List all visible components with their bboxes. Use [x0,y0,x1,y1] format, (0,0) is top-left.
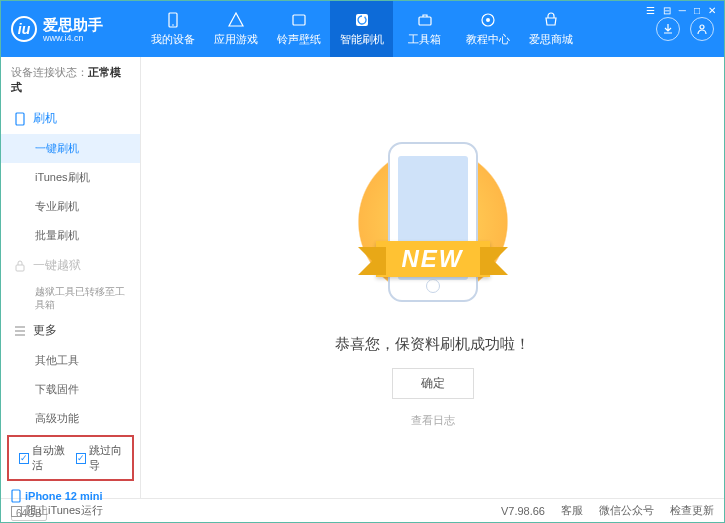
sidebar-jailbreak: 一键越狱 [1,250,140,281]
apps-icon [227,11,245,29]
wallpaper-icon [290,11,308,29]
window-controls: ☰ ⊟ ─ □ ✕ [646,5,716,16]
phone-icon [164,11,182,29]
phone-icon [13,112,27,126]
nav-ringtones[interactable]: 铃声壁纸 [267,1,330,57]
ok-button[interactable]: 确定 [392,368,474,399]
nav-store[interactable]: 爱思商城 [519,1,582,57]
success-message: 恭喜您，保资料刷机成功啦！ [335,335,530,354]
nav-toolbox[interactable]: 工具箱 [393,1,456,57]
sidebar-item-other[interactable]: 其他工具 [1,346,140,375]
jailbreak-note: 越狱工具已转移至工具箱 [1,281,140,315]
new-ribbon: NEW [376,241,490,277]
toolbox-icon [416,11,434,29]
svg-rect-4 [419,17,431,25]
service-link[interactable]: 客服 [561,503,583,518]
book-icon [479,11,497,29]
maximize-icon[interactable]: □ [694,5,700,16]
sidebar: 设备连接状态：正常模式 刷机 一键刷机 iTunes刷机 专业刷机 批量刷机 一… [1,57,141,498]
sidebar-more-section[interactable]: 更多 [1,315,140,346]
svg-rect-2 [293,15,305,25]
lock-icon[interactable]: ⊟ [663,5,671,16]
checkbox-skip-guide[interactable]: ✓跳过向导 [76,443,123,473]
sidebar-item-batch[interactable]: 批量刷机 [1,221,140,250]
main-nav: 我的设备 应用游戏 铃声壁纸 智能刷机 工具箱 教程中心 爱思商城 [141,1,656,57]
refresh-icon [353,11,371,29]
menu-icon [13,324,27,338]
svg-point-6 [486,18,490,22]
nav-my-device[interactable]: 我的设备 [141,1,204,57]
close-icon[interactable]: ✕ [708,5,716,16]
app-url: www.i4.cn [43,33,103,43]
nav-tutorials[interactable]: 教程中心 [456,1,519,57]
sidebar-item-itunes[interactable]: iTunes刷机 [1,163,140,192]
device-icon [11,489,21,503]
view-log-link[interactable]: 查看日志 [411,413,455,428]
connection-status: 设备连接状态：正常模式 [1,57,140,103]
store-icon [542,11,560,29]
user-button[interactable] [690,17,714,41]
logo-icon: iu [11,16,37,42]
nav-apps[interactable]: 应用游戏 [204,1,267,57]
svg-rect-10 [12,490,20,502]
sidebar-item-pro[interactable]: 专业刷机 [1,192,140,221]
lock-icon [13,259,27,273]
minimize-icon[interactable]: ─ [679,5,686,16]
options-row: ✓自动激活 ✓跳过向导 [7,435,134,481]
download-button[interactable] [656,17,680,41]
wechat-link[interactable]: 微信公众号 [599,503,654,518]
checkbox-block-itunes[interactable]: 阻止iTunes运行 [11,503,103,518]
version-label: V7.98.66 [501,505,545,517]
app-header: iu 爱思助手 www.i4.cn 我的设备 应用游戏 铃声壁纸 智能刷机 工具… [1,1,724,57]
svg-point-7 [700,25,704,29]
nav-flash[interactable]: 智能刷机 [330,1,393,57]
success-illustration: NEW [343,127,523,317]
sidebar-item-download[interactable]: 下载固件 [1,375,140,404]
sidebar-item-oneclick[interactable]: 一键刷机 [1,134,140,163]
update-link[interactable]: 检查更新 [670,503,714,518]
svg-point-1 [172,24,174,26]
menu-icon[interactable]: ☰ [646,5,655,16]
checkbox-auto-activate[interactable]: ✓自动激活 [19,443,66,473]
svg-rect-8 [16,113,24,125]
sidebar-item-advanced[interactable]: 高级功能 [1,404,140,433]
sidebar-flash-section[interactable]: 刷机 [0,103,140,134]
svg-rect-9 [16,265,24,271]
main-content: NEW 恭喜您，保资料刷机成功啦！ 确定 查看日志 [141,57,724,498]
logo-area: iu 爱思助手 www.i4.cn [11,16,141,43]
